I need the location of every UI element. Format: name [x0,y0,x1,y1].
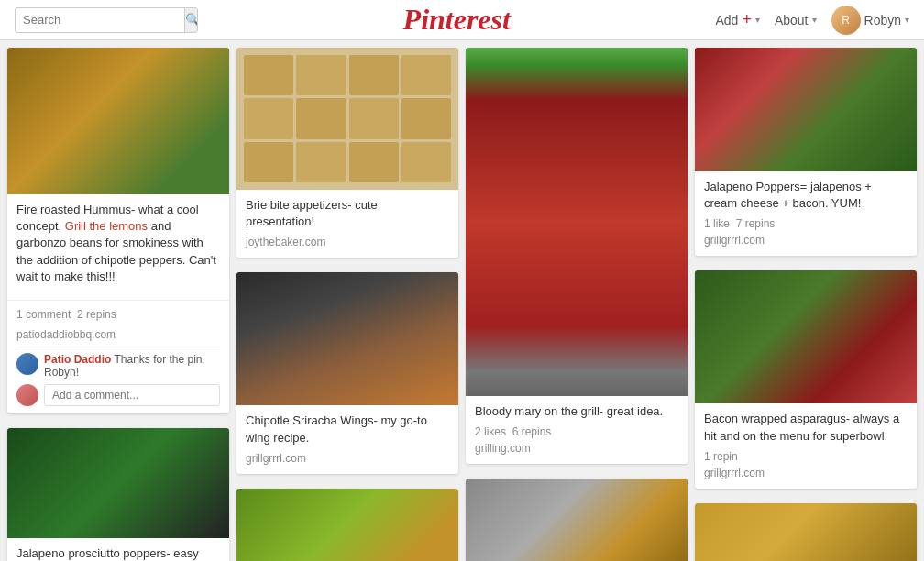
pin-description: Jalapeno Poppers= jalapenos + cream chee… [704,179,908,212]
pin-card: Chipotle Sriracha Wings- my go-to wing r… [236,272,458,473]
pin-comments-section: 1 comment 2 repins patiodaddiobbq.com Pa… [7,300,229,413]
pin-description: Chipotle Sriracha Wings- my go-to wing r… [246,412,449,446]
header: 🔍 Pinterest Add + ▾ About ▾ R Robyn ▾ [0,0,924,40]
pin-thumbnail [695,503,917,561]
search-button[interactable]: 🔍 [184,7,198,33]
column-4: Jalapeno Poppers= jalapenos + cream chee… [695,48,917,561]
column-1: Fire roasted Hummus- what a cool concept… [7,48,229,561]
pin-image[interactable] [466,48,688,396]
about-label: About [775,13,808,28]
pin-description: Bloody mary on the grill- great idea. [475,403,678,420]
pin-stats: 2 likes 6 repins [475,425,678,438]
pin-description: Fire roasted Hummus- what a cool concept… [16,202,220,285]
pin-thumbnail [236,272,458,405]
pin-body: Bacon wrapped asparagus- always a hit an… [695,403,917,488]
pin-description: Brie bite appetizers- cute presentation! [246,197,449,230]
column-2: Brie bite appetizers- cute presentation!… [236,48,458,561]
comment-text: Patio Daddio Thanks for the pin, Robyn! [44,353,220,379]
commenter-avatar [16,353,38,375]
user-menu-button[interactable]: R Robyn ▾ [831,6,909,35]
pin-source: patiodaddiobbq.com [16,328,220,341]
pin-source: grilling.com [475,442,678,455]
about-button[interactable]: About ▾ [775,13,817,28]
user-name: Robyn [864,13,901,28]
pin-image[interactable] [236,272,458,405]
pin-thumbnail [236,489,458,561]
pin-image[interactable] [7,48,229,194]
pin-description: Jalapeno prosciutto poppers- easy [16,545,220,561]
pin-source: joythebaker.com [246,236,449,248]
pin-thumbnail [466,48,688,396]
pin-image[interactable] [236,48,458,190]
pin-thumbnail [466,478,688,561]
pin-stats: 1 like 7 repins [704,217,908,230]
current-user-avatar [16,384,38,406]
pin-image[interactable] [695,48,917,171]
pin-card: Brie bite appetizers- cute presentation!… [236,48,458,258]
pin-card [695,503,917,561]
user-chevron-icon: ▾ [905,15,909,25]
pin-card: Jalapeno Poppers= jalapenos + cream chee… [695,48,917,256]
comment-item: Patio Daddio Thanks for the pin, Robyn! [16,353,220,379]
comment-stats: 1 comment 2 repins [16,308,220,321]
pin-link[interactable]: Grill the lemons [65,219,148,233]
pin-image[interactable] [695,270,917,403]
pin-body: Brie bite appetizers- cute presentation!… [236,190,458,258]
pin-description: Bacon wrapped asparagus- always a hit an… [704,411,908,444]
pin-image[interactable] [7,428,229,538]
pin-body: Bloody mary on the grill- great idea. 2 … [466,396,688,464]
pin-card: Bloody mary on the grill- great idea. 2 … [466,48,688,464]
column-3: Bloody mary on the grill- great idea. 2 … [466,48,688,561]
pin-stats: 1 repin [704,450,908,463]
comment-input[interactable] [44,384,220,406]
pin-source: grillgrrrl.com [704,467,908,479]
pin-source: grillgrrrl.com [246,452,449,465]
pin-card: Grilled guacamole [236,489,458,561]
add-chevron-icon: ▾ [755,15,760,25]
pin-source: grillgrrrl.com [704,234,908,247]
comment-input-row [16,384,220,406]
pin-card: Bacon wrapped asparagus- always a hit an… [695,270,917,488]
pin-image[interactable] [695,503,917,561]
pin-thumbnail [236,48,458,190]
nav-right: Add + ▾ About ▾ R Robyn ▾ [715,6,909,35]
search-bar[interactable]: 🔍 [15,7,198,33]
add-button[interactable]: Add + ▾ [715,10,759,29]
pin-image[interactable] [236,489,458,561]
pin-thumbnail [695,270,917,403]
pins-container: Fire roasted Hummus- what a cool concept… [0,40,924,561]
pin-body: Chipotle Sriracha Wings- my go-to wing r… [236,405,458,473]
pin-thumbnail [695,48,917,171]
search-input[interactable] [16,13,184,27]
commenter-name: Patio Daddio [44,353,111,366]
about-chevron-icon: ▾ [812,15,817,25]
pin-body: Jalapeno Poppers= jalapenos + cream chee… [695,171,917,256]
search-icon: 🔍 [185,13,198,27]
avatar: R [831,6,861,35]
pin-image[interactable] [466,478,688,561]
logo: Pinterest [403,3,511,37]
pin-card: Fire roasted Hummus- what a cool concept… [7,48,229,413]
pin-card [466,478,688,561]
pin-body: Fire roasted Hummus- what a cool concept… [7,194,229,300]
plus-icon: + [742,10,752,29]
add-label: Add [715,13,738,28]
pin-thumbnail [7,48,229,194]
pin-thumbnail [7,428,229,538]
pin-card: Jalapeno prosciutto poppers- easy [7,428,229,561]
pin-body: Jalapeno prosciutto poppers- easy [7,538,229,561]
